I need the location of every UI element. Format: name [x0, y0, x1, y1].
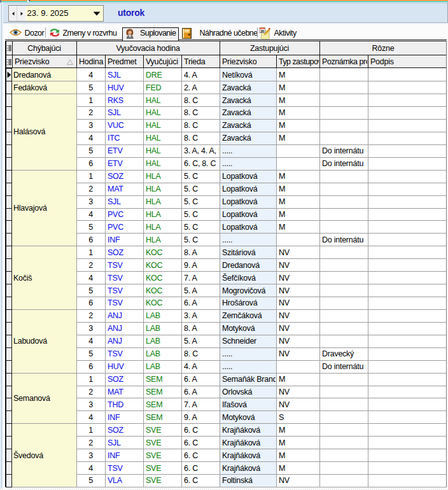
- svg-text:26: 26: [260, 29, 264, 33]
